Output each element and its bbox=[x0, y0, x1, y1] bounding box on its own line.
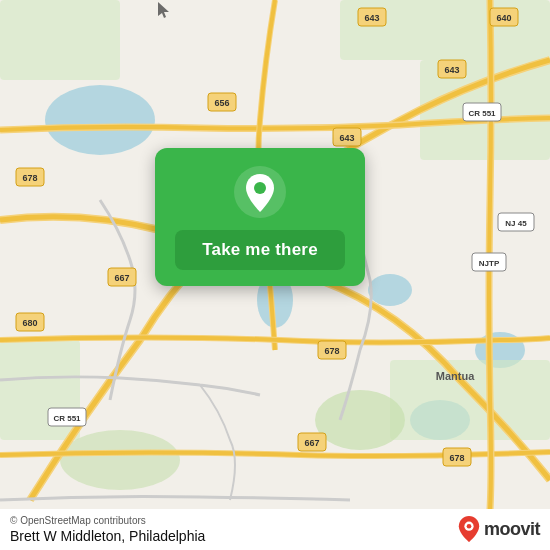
svg-text:667: 667 bbox=[114, 273, 129, 283]
svg-text:643: 643 bbox=[339, 133, 354, 143]
svg-marker-43 bbox=[158, 2, 169, 18]
take-me-there-button[interactable]: Take me there bbox=[175, 230, 345, 270]
map-container: 643 640 643 CR 551 656 643 678 NJ 45 NJT… bbox=[0, 0, 550, 550]
svg-text:CR 551: CR 551 bbox=[53, 414, 81, 423]
svg-point-11 bbox=[60, 430, 180, 490]
svg-point-10 bbox=[315, 390, 405, 450]
location-pin-icon bbox=[234, 166, 286, 218]
svg-text:640: 640 bbox=[496, 13, 511, 23]
moovit-pin-icon bbox=[458, 516, 480, 542]
svg-text:678: 678 bbox=[324, 346, 339, 356]
svg-text:656: 656 bbox=[214, 98, 229, 108]
svg-text:643: 643 bbox=[364, 13, 379, 23]
svg-text:643: 643 bbox=[444, 65, 459, 75]
svg-text:667: 667 bbox=[304, 438, 319, 448]
svg-point-2 bbox=[368, 274, 412, 306]
svg-text:678: 678 bbox=[449, 453, 464, 463]
svg-text:680: 680 bbox=[22, 318, 37, 328]
svg-text:678: 678 bbox=[22, 173, 37, 183]
svg-rect-5 bbox=[0, 0, 120, 80]
svg-text:CR 551: CR 551 bbox=[468, 109, 496, 118]
svg-text:Mantua: Mantua bbox=[436, 370, 475, 382]
popup-card: Take me there bbox=[155, 148, 365, 286]
bottom-bar: © OpenStreetMap contributors Brett W Mid… bbox=[0, 509, 550, 550]
svg-text:NJTP: NJTP bbox=[479, 259, 500, 268]
moovit-brand-text: moovit bbox=[484, 519, 540, 540]
svg-point-45 bbox=[254, 182, 266, 194]
svg-point-47 bbox=[467, 524, 472, 529]
moovit-logo: moovit bbox=[458, 516, 540, 542]
svg-point-0 bbox=[45, 85, 155, 155]
svg-text:NJ 45: NJ 45 bbox=[505, 219, 527, 228]
